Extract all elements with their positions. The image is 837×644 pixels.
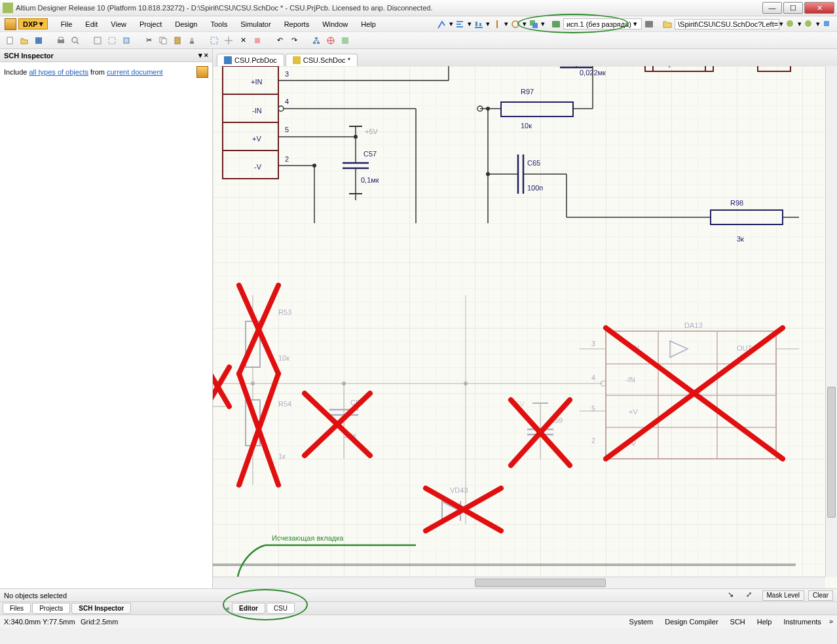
print-icon[interactable] — [55, 35, 67, 46]
tab-projects[interactable]: Projects — [32, 603, 70, 614]
folder-icon[interactable] — [662, 19, 673, 29]
vscroll-thumb[interactable] — [827, 387, 836, 518]
browse-icon[interactable] — [339, 35, 351, 46]
tool-icon[interactable] — [437, 19, 447, 29]
filter-from-label: from — [90, 68, 105, 76]
zoom-sel-icon[interactable] — [121, 35, 132, 46]
variant-icon[interactable] — [551, 19, 561, 29]
nav-next-icon[interactable] — [804, 19, 814, 29]
menu-view[interactable]: View — [104, 19, 133, 29]
open-icon[interactable] — [18, 35, 30, 46]
svg-text:5: 5 — [285, 126, 289, 134]
menu-reports[interactable]: Reports — [278, 19, 316, 29]
maximize-button[interactable]: ☐ — [783, 2, 803, 14]
save-icon[interactable] — [33, 35, 45, 46]
undo-icon[interactable]: ↶ — [274, 35, 286, 46]
dropdown-arrow-icon[interactable]: ▾ — [449, 20, 453, 28]
move-icon[interactable] — [223, 35, 234, 46]
dropdown-arrow-icon[interactable]: ▾ — [798, 20, 802, 28]
dropdown-arrow-icon[interactable]: ▾ — [779, 20, 783, 28]
dxp-menu[interactable]: DXP ▾ — [18, 18, 48, 29]
panel-menu-icon[interactable]: ▾ × — [198, 51, 208, 60]
status-sch[interactable]: SCH — [726, 617, 749, 626]
svg-line-20 — [77, 42, 79, 44]
mask-level-button[interactable]: Mask Level — [762, 590, 805, 601]
dropdown-arrow-icon[interactable]: ▾ — [486, 20, 490, 28]
filter-types-link[interactable]: all types of objects — [29, 68, 88, 76]
mask-expand-icon[interactable]: ⤢ — [746, 590, 756, 601]
dropdown-arrow-icon[interactable]: ▾ — [504, 20, 508, 28]
svg-text:-IN: -IN — [625, 376, 635, 384]
menu-simulator[interactable]: Simulator — [234, 19, 277, 29]
schematic-canvas[interactable]: +IN -IN +V -V 3 4 5 2 — [213, 66, 802, 588]
hscroll-thumb[interactable] — [475, 579, 606, 587]
svg-rect-0 — [456, 21, 463, 22]
svg-rect-4 — [475, 22, 477, 26]
paste-icon[interactable] — [172, 35, 183, 46]
close-button[interactable]: ✕ — [804, 2, 834, 14]
minimize-button[interactable]: — — [762, 2, 782, 14]
status-system[interactable]: System — [625, 617, 658, 626]
svg-point-19 — [72, 37, 77, 43]
svg-rect-21 — [94, 37, 101, 44]
svg-rect-27 — [190, 41, 194, 44]
select-rect-icon[interactable] — [208, 35, 220, 46]
variant-dropdown[interactable]: исп.1 (без разряда) ▾ — [563, 18, 642, 29]
nav-prev-icon[interactable] — [785, 19, 796, 29]
zoom-area-icon[interactable] — [106, 35, 118, 46]
menu-design[interactable]: Design — [168, 19, 204, 29]
spacer-icon[interactable] — [492, 19, 502, 29]
tab-files[interactable]: Files — [3, 603, 31, 614]
menu-edit[interactable]: Edit — [79, 19, 104, 29]
status-instruments[interactable]: Instruments — [779, 617, 825, 626]
svg-point-13 — [805, 20, 811, 27]
circle-icon[interactable] — [510, 19, 521, 29]
doc-tab-pcb[interactable]: CSU.PcbDoc — [217, 54, 284, 66]
cut-icon[interactable]: ✂ — [143, 35, 155, 46]
mask-arrow-icon[interactable]: ↘ — [728, 590, 738, 601]
hierarchy-icon[interactable] — [310, 35, 322, 46]
dropdown-arrow-icon[interactable]: ▾ — [816, 20, 820, 28]
tab-csu[interactable]: CSU — [267, 603, 295, 614]
dropdown-arrow-icon[interactable]: ▾ — [541, 20, 545, 28]
svg-rect-26 — [175, 37, 180, 44]
menu-window[interactable]: Window — [316, 19, 354, 29]
variant-manage-icon[interactable] — [644, 19, 654, 29]
stamp-icon[interactable] — [186, 35, 198, 46]
menu-file[interactable]: File — [54, 19, 79, 29]
svg-text:10к: 10к — [521, 122, 532, 130]
filter-icon[interactable] — [196, 66, 208, 78]
vertical-scrollbar[interactable] — [825, 66, 837, 577]
redo-icon[interactable]: ↷ — [288, 35, 300, 46]
layers-icon[interactable] — [529, 19, 539, 29]
svg-rect-14 — [824, 21, 829, 26]
new-doc-icon[interactable] — [4, 35, 16, 46]
cross-probe-icon[interactable] — [325, 35, 337, 46]
align-bottom-icon[interactable] — [474, 19, 484, 29]
align-left-icon[interactable] — [455, 19, 466, 29]
menu-tools[interactable]: Tools — [204, 19, 234, 29]
svg-text:R54: R54 — [278, 400, 291, 408]
tab-sch-inspector[interactable]: SCH Inspector — [71, 603, 131, 614]
dropdown-arrow-icon[interactable]: ▾ — [468, 20, 472, 28]
status-design-compiler[interactable]: Design Compiler — [661, 617, 722, 626]
menu-help[interactable]: Help — [354, 19, 382, 29]
clear-button[interactable]: Clear — [808, 590, 833, 601]
nav-home-icon[interactable] — [822, 19, 832, 29]
doc-tab-sch[interactable]: CSU.SchDoc * — [286, 54, 358, 66]
home-icon[interactable] — [5, 18, 16, 30]
preview-icon[interactable] — [69, 35, 81, 46]
horizontal-scrollbar[interactable] — [213, 577, 825, 588]
filter-doc-link[interactable]: current document — [107, 68, 163, 76]
clear-sel-icon[interactable] — [251, 35, 263, 46]
svg-text:1к: 1к — [278, 452, 286, 460]
zoom-fit-icon[interactable] — [92, 35, 103, 46]
path-combo[interactable]: \Spirit\CSU\CSU.SchDoc?Left=12 — [675, 19, 779, 29]
menu-project[interactable]: Project — [133, 19, 168, 29]
copy-icon[interactable] — [157, 35, 169, 46]
status-help[interactable]: Help — [753, 617, 776, 626]
status-chevron-icon[interactable]: » — [829, 617, 833, 626]
dropdown-arrow-icon[interactable]: ▾ — [523, 20, 527, 28]
tab-editor[interactable]: Editor — [232, 603, 265, 614]
deselect-icon[interactable]: ✕ — [237, 35, 249, 46]
